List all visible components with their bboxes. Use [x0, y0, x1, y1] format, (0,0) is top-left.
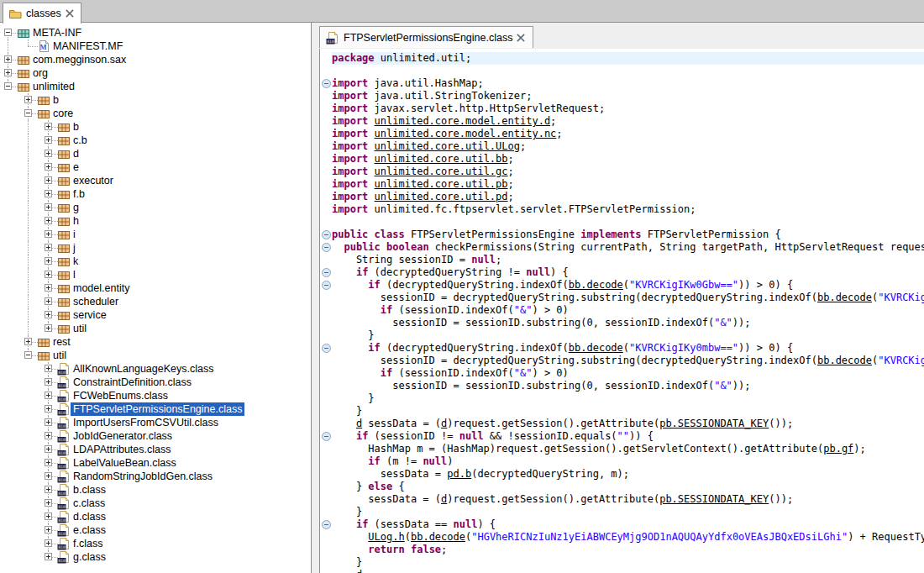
code-editor[interactable]: package unlimited.util; import java.util… [319, 49, 924, 573]
tree-item-label[interactable]: e.class [71, 523, 108, 537]
tree-item-label[interactable]: org [30, 66, 50, 80]
tree-item[interactable]: f.b [0, 187, 311, 201]
tree-item[interactable]: rest [0, 335, 311, 349]
tree-item[interactable]: 010ImportUsersFromCSVUtil.class [0, 416, 311, 429]
tree-item[interactable]: d [0, 147, 311, 160]
expand-plus-icon[interactable] [45, 392, 52, 399]
tree-item-label[interactable]: LabelValueBean.class [71, 456, 179, 470]
tree-item-label[interactable]: g [71, 201, 81, 214]
tree-item-label[interactable]: f.class [71, 537, 105, 550]
tree-item-label[interactable]: unlimited [30, 80, 77, 93]
code-link[interactable]: unlimited.core.util.ULog [375, 140, 520, 152]
tree-item[interactable]: 010b.class [0, 483, 311, 497]
tree-item-label[interactable]: META-INF [30, 26, 84, 39]
tree-item-label[interactable]: ConstraintDefinition.class [71, 376, 194, 389]
code-link[interactable]: pb.gf [823, 443, 853, 455]
expand-plus-icon[interactable] [45, 150, 52, 157]
expand-plus-icon[interactable] [45, 432, 52, 439]
expand-plus-icon[interactable] [45, 539, 52, 547]
expand-plus-icon[interactable] [45, 553, 52, 560]
tree-item-label[interactable]: AllKnownLanguageKeys.class [71, 362, 216, 376]
code-link[interactable]: ULog.h [368, 531, 404, 543]
tree-item[interactable]: 010FTPServletPermissionsEngine.class [0, 402, 311, 416]
fold-toggle-icon[interactable] [322, 432, 331, 441]
tree-item-label[interactable]: model.entity [71, 281, 132, 295]
code-link[interactable]: unlimited.core.util.pb [375, 178, 508, 190]
tree-item[interactable]: executor [0, 174, 311, 187]
tree-item-label[interactable]: j [71, 241, 78, 255]
expand-plus-icon[interactable] [4, 55, 12, 63]
code-link[interactable]: bb.decode [569, 342, 623, 354]
tree-item[interactable]: MMANIFEST.MF [0, 39, 311, 53]
expand-plus-icon[interactable] [45, 365, 52, 372]
tree-item-label[interactable]: FCWebEnums.class [71, 389, 171, 402]
tree-item-label[interactable]: core [50, 107, 76, 120]
expand-plus-icon[interactable] [45, 459, 52, 466]
collapse-minus-icon[interactable] [4, 29, 12, 36]
code-link[interactable]: unlimited.core.util.gc [375, 166, 508, 177]
tree-item-label[interactable]: JobIdGenerator.class [71, 429, 175, 443]
expand-plus-icon[interactable] [45, 136, 52, 144]
tree-item-label[interactable]: g.class [71, 550, 108, 564]
fold-toggle-icon[interactable] [322, 344, 331, 353]
tree-item-label[interactable]: b [71, 120, 81, 134]
tree-item[interactable]: 010AllKnownLanguageKeys.class [0, 362, 311, 376]
expand-plus-icon[interactable] [45, 203, 52, 211]
tree-item[interactable]: META-INF [0, 26, 311, 39]
close-icon[interactable] [66, 9, 74, 18]
package-tree-panel[interactable]: META-INFMMANIFEST.MFcom.megginson.saxorg… [0, 23, 312, 573]
expand-plus-icon[interactable] [45, 271, 52, 278]
expand-plus-icon[interactable] [45, 311, 52, 318]
code-link[interactable]: bb.decode [817, 292, 872, 303]
fold-toggle-icon[interactable] [322, 268, 331, 277]
code-link[interactable]: unlimited.core.util.pd [375, 191, 508, 202]
tree-item[interactable]: h [0, 214, 311, 228]
tree-item[interactable]: unlimited [0, 80, 311, 93]
code-link[interactable]: pd.b [447, 468, 471, 480]
expand-plus-icon[interactable] [45, 230, 52, 238]
tree-item[interactable]: j [0, 241, 311, 255]
tree-item-label[interactable]: RandomStringJobIdGen.class [71, 470, 215, 483]
fold-toggle-icon[interactable] [322, 520, 331, 529]
tree-item-label[interactable]: e [71, 160, 81, 174]
tree-item[interactable]: k [0, 255, 311, 268]
code-link[interactable]: bb.decode [817, 355, 872, 366]
expand-plus-icon[interactable] [45, 163, 52, 171]
tree-item[interactable]: l [0, 268, 311, 281]
tree-item-label[interactable]: LDAPAttributes.class [71, 443, 173, 456]
tree-item[interactable]: 010ConstraintDefinition.class [0, 376, 311, 389]
tree-item-label[interactable]: scheduler [71, 295, 121, 308]
tree-item-label[interactable]: util [50, 349, 69, 362]
tree-item-label[interactable]: f.b [71, 187, 87, 201]
tree-item[interactable]: b [0, 93, 311, 107]
code-link[interactable]: unlimited.core.util.bb [375, 153, 508, 165]
tree-item-label[interactable]: c.b [71, 134, 90, 147]
collapse-minus-icon[interactable] [24, 109, 32, 117]
tree-item[interactable]: 010RandomStringJobIdGen.class [0, 470, 311, 483]
tree-item[interactable]: 010d.class [0, 510, 311, 523]
expand-plus-icon[interactable] [45, 176, 52, 184]
fold-toggle-icon[interactable] [322, 79, 331, 88]
close-icon[interactable] [517, 34, 525, 42]
expand-plus-icon[interactable] [45, 123, 52, 130]
collapse-minus-icon[interactable] [24, 351, 32, 359]
fold-toggle-icon[interactable] [322, 243, 331, 252]
expand-plus-icon[interactable] [45, 284, 52, 292]
tree-item-label[interactable]: l [71, 268, 78, 281]
tree-item[interactable]: i [0, 228, 311, 241]
tree-item[interactable]: util [0, 349, 311, 362]
tree-item[interactable]: c.b [0, 134, 311, 147]
tree-item[interactable]: scheduler [0, 295, 311, 308]
code-link[interactable]: bb.decode [411, 531, 465, 543]
tree-item[interactable]: service [0, 308, 311, 322]
tree-item-label[interactable]: FTPServletPermissionsEngine.class [71, 402, 244, 416]
expand-plus-icon[interactable] [4, 69, 12, 76]
tree-item-label[interactable]: c.class [71, 497, 108, 510]
fold-toggle-icon[interactable] [322, 230, 331, 239]
expand-plus-icon[interactable] [45, 445, 52, 453]
tree-item-label[interactable]: d.class [71, 510, 108, 523]
tree-item[interactable]: g [0, 201, 311, 214]
expand-plus-icon[interactable] [45, 244, 52, 251]
code-link[interactable]: unlimited.core.model.entity.d [375, 115, 551, 127]
tree-item[interactable]: model.entity [0, 281, 311, 295]
